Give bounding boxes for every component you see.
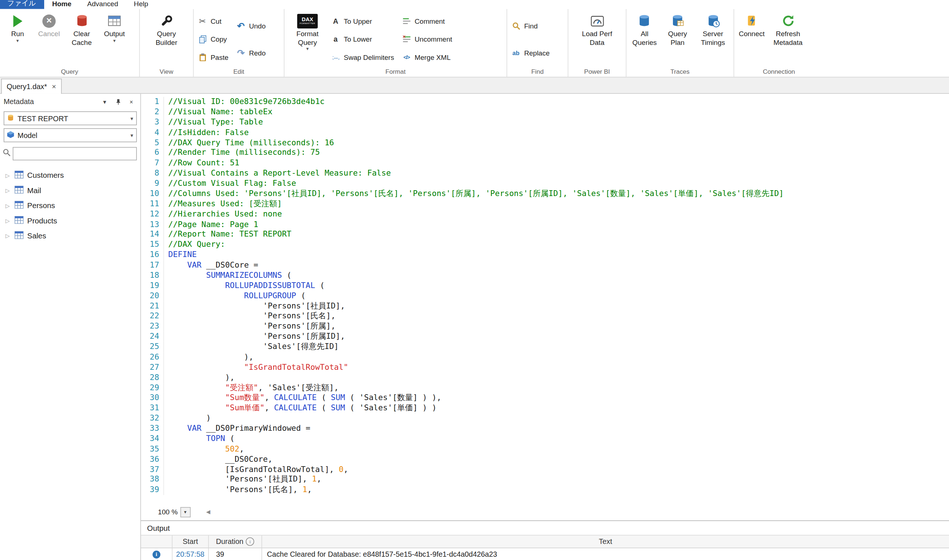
tree-expander-icon[interactable] <box>6 187 11 194</box>
tree-item-products[interactable]: Products <box>0 213 141 228</box>
tree-item-sales[interactable]: Sales <box>0 228 141 243</box>
code-text: 'Persons'[社員ID], <box>164 301 345 311</box>
hscroll-left-icon[interactable] <box>206 509 210 515</box>
table-icon <box>15 231 24 241</box>
code-area[interactable]: 1//Visual ID: 00e831c9e726b3de4b1c2//Vis… <box>141 94 949 506</box>
ribbon-tab-bar: ファイル Home Advanced Help <box>0 0 949 9</box>
output-col-start[interactable]: Start <box>172 535 209 548</box>
pane-pin-icon[interactable] <box>111 95 125 108</box>
code-line: 36 __DS0Core, <box>141 454 949 465</box>
model-icon <box>6 130 15 140</box>
code-text: //Visual Contains a Report-Level Measure… <box>164 168 391 178</box>
model-selector-caret-icon[interactable] <box>129 132 135 138</box>
tree-expander-icon[interactable] <box>6 218 11 224</box>
metadata-tree: Customers Mail Persons Products Sales <box>0 164 141 243</box>
model-selector[interactable]: Model <box>4 128 137 142</box>
tab-help-label: Help <box>134 0 148 7</box>
paste-button[interactable]: Paste <box>196 51 233 64</box>
code-text: ), <box>164 352 254 362</box>
tab-advanced[interactable]: Advanced <box>79 0 126 9</box>
format-query-caret[interactable] <box>306 47 309 51</box>
line-number: 39 <box>141 485 164 495</box>
line-number: 24 <box>141 332 164 342</box>
metadata-pane: Metadata ▾ TEST REPORT Model <box>0 94 141 560</box>
tab-help[interactable]: Help <box>126 0 156 9</box>
output-col-duration[interactable]: Duration <box>209 535 262 548</box>
connect-button[interactable]: Connect <box>737 11 767 68</box>
line-number: 28 <box>141 372 164 383</box>
pane-menu-caret-icon[interactable]: ▾ <box>98 95 111 108</box>
paste-icon <box>197 52 208 62</box>
line-number: 30 <box>141 393 164 403</box>
run-label: Run <box>11 30 24 38</box>
code-line: 29 "受注額", 'Sales'[受注額], <box>141 383 949 393</box>
tree-expander-icon[interactable] <box>6 202 11 208</box>
search-input[interactable] <box>13 147 137 160</box>
uncomment-button[interactable]: Uncomment <box>400 32 457 46</box>
output-row[interactable]: 20:57:58 39 Cache Cleared for Database: … <box>141 548 949 560</box>
query-editor[interactable]: 1//Visual ID: 00e831c9e726b3de4b1c2//Vis… <box>141 94 949 518</box>
output-label: Output <box>104 30 125 38</box>
editor-status-bar: 100 % <box>141 506 949 518</box>
code-line: 27 "IsGrandTotalRowTotal" <box>141 362 949 372</box>
code-text: VAR __DS0PrimaryWindowed = <box>164 423 311 434</box>
refresh-metadata-button[interactable]: Refresh Metadata <box>768 11 808 68</box>
paste-label: Paste <box>211 54 229 62</box>
line-number: 37 <box>141 465 164 475</box>
cancel-button[interactable]: Cancel <box>34 11 64 68</box>
code-line: 3//Visual Type: Table <box>141 117 949 128</box>
tree-item-mail[interactable]: Mail <box>0 183 141 198</box>
tab-home[interactable]: Home <box>44 0 79 9</box>
code-line: 21 'Persons'[社員ID], <box>141 301 949 311</box>
merge-xml-button[interactable]: Merge XML <box>400 51 457 64</box>
line-number: 23 <box>141 322 164 332</box>
query-builder-button[interactable]: Query Builder <box>145 11 188 68</box>
output-dropdown-caret[interactable] <box>113 38 116 43</box>
database-selector-value: TEST REPORT <box>15 114 129 122</box>
database-selector[interactable]: TEST REPORT <box>4 111 137 125</box>
code-text: "Sum単価", CALCULATE ( SUM ( 'Sales'[単価] )… <box>164 403 437 413</box>
clear-cache-button[interactable]: Clear Cache <box>65 11 98 68</box>
run-button[interactable]: Run <box>3 11 33 68</box>
tree-item-customers[interactable]: Customers <box>0 168 141 183</box>
output-button[interactable]: Output <box>99 11 130 68</box>
replace-label: Replace <box>524 49 549 57</box>
dax-logo-text: DAX <box>301 17 313 22</box>
pane-close-icon[interactable] <box>125 95 138 108</box>
tree-item-persons[interactable]: Persons <box>0 198 141 213</box>
code-line: 8//Visual Contains a Report-Level Measur… <box>141 168 949 178</box>
comment-button[interactable]: Comment <box>400 14 457 28</box>
document-tab-query1[interactable]: Query1.dax* <box>1 78 62 94</box>
code-text: //Visual Type: Table <box>164 117 263 128</box>
run-dropdown-caret[interactable] <box>17 38 19 43</box>
duration-info-icon[interactable] <box>246 537 254 546</box>
replace-button[interactable]: Replace <box>510 46 555 60</box>
load-perf-data-button[interactable]: Load Perf Data <box>576 11 618 68</box>
copy-button[interactable]: Copy <box>196 32 233 46</box>
merge-xml-icon <box>401 52 412 62</box>
undo-button[interactable]: Undo <box>234 18 271 32</box>
all-queries-button[interactable]: All Queries <box>629 11 660 68</box>
find-button[interactable]: Find <box>510 18 555 32</box>
to-lower-button[interactable]: To Lower <box>329 32 399 46</box>
code-line: 37 [IsGrandTotalRowTotal], 0, <box>141 465 949 475</box>
tree-expander-icon[interactable] <box>6 172 11 178</box>
info-icon <box>152 551 161 558</box>
merge-xml-label: Merge XML <box>415 54 451 62</box>
database-selector-caret-icon[interactable] <box>129 115 135 122</box>
line-number: 32 <box>141 413 164 423</box>
code-line: 17 VAR __DS0Core = <box>141 260 949 271</box>
server-timings-button[interactable]: Server Timings <box>695 11 731 68</box>
format-query-button[interactable]: DAXFORMATTER Format Query <box>287 11 328 68</box>
code-line: 1//Visual ID: 00e831c9e726b3de4b1c <box>141 97 949 107</box>
swap-delimiters-button[interactable]: Swap Delimiters <box>329 51 399 64</box>
tab-file[interactable]: ファイル <box>0 0 44 9</box>
zoom-dropdown[interactable] <box>180 507 190 517</box>
cut-button[interactable]: Cut <box>196 14 233 28</box>
tree-expander-icon[interactable] <box>6 232 11 239</box>
redo-button[interactable]: Redo <box>234 46 271 60</box>
query-plan-button[interactable]: Query Plan <box>661 11 694 68</box>
document-tab-close-icon[interactable] <box>52 83 56 90</box>
output-col-text[interactable]: Text <box>262 535 949 548</box>
to-upper-button[interactable]: To Upper <box>329 14 399 28</box>
